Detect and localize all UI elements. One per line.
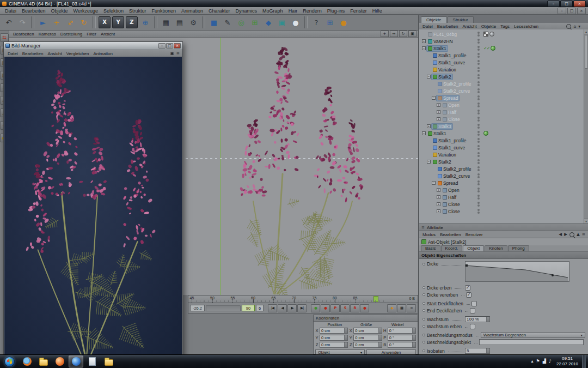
goto-start-icon[interactable]: |◀ <box>268 304 277 312</box>
panel-menu-icon[interactable]: ≡ <box>176 51 180 56</box>
scale-tool-icon[interactable]: ↔ <box>64 16 77 29</box>
object-label[interactable]: Half <box>448 110 456 115</box>
object-menu-item[interactable]: Ansicht <box>460 24 479 29</box>
separator[interactable] <box>154 16 157 28</box>
menu-item[interactable]: Bearbeiten <box>19 8 48 14</box>
x-axis-lock-icon[interactable]: X <box>99 16 111 28</box>
play-icon[interactable]: ▶ <box>287 304 297 312</box>
expander-icon[interactable]: + <box>437 209 440 213</box>
object-label[interactable]: Stalk1 <box>433 131 446 136</box>
visibility-dots[interactable] <box>474 81 483 86</box>
tab-knoten[interactable]: Knoten <box>485 245 507 251</box>
object-row[interactable]: + Open <box>419 101 584 108</box>
object-row[interactable]: + Close <box>419 201 584 208</box>
spinner-icon[interactable] <box>486 348 489 353</box>
menu-item[interactable]: Rendern <box>300 8 324 14</box>
current-frame-field[interactable]: 90 <box>242 305 255 311</box>
menu-item[interactable]: Funktionen <box>149 8 179 14</box>
menu-item[interactable]: Animation <box>179 8 206 14</box>
visibility-dots[interactable] <box>474 102 483 107</box>
visibility-dots[interactable] <box>474 110 483 114</box>
animation-dot-icon[interactable] <box>422 334 425 336</box>
position-field[interactable]: 0 cm <box>320 328 348 334</box>
separator[interactable] <box>31 16 34 28</box>
undo-icon[interactable]: ↶ <box>2 16 15 29</box>
object-label[interactable]: Stalk2_profile <box>443 166 471 172</box>
menu-item[interactable]: Hilfe <box>370 8 385 14</box>
menu-item[interactable]: Charakter <box>206 8 233 14</box>
object-row[interactable]: + Half <box>419 194 584 201</box>
menu-item[interactable]: Datei <box>2 8 19 14</box>
angle-field[interactable]: 0 ° <box>388 335 416 341</box>
expander-icon[interactable]: + <box>437 202 440 206</box>
tab-struktur[interactable]: Struktur <box>448 16 474 23</box>
viewport-menu-item[interactable]: Ansicht <box>99 32 117 37</box>
close-button[interactable]: × <box>573 1 586 7</box>
bild-manager-window[interactable]: Bild-Manager –□× DateiBearbeitenAnsichtV… <box>3 41 183 358</box>
separator[interactable] <box>202 16 205 28</box>
visibility-dots[interactable] <box>474 145 483 150</box>
visibility-dots[interactable] <box>474 202 483 207</box>
object-row[interactable]: Variation <box>419 66 584 73</box>
render-picture-viewer-icon[interactable]: ▤ <box>173 16 186 29</box>
visibility-dots[interactable] <box>474 74 483 79</box>
maximize-button[interactable]: □ <box>560 1 573 7</box>
object-row[interactable]: Stalk2_profile <box>419 165 584 172</box>
animation-dot-icon[interactable] <box>422 325 425 328</box>
visibility-dots[interactable] <box>474 39 483 44</box>
move-tool-icon[interactable]: + <box>50 16 63 29</box>
expander-icon[interactable]: − <box>427 160 431 164</box>
object-row[interactable]: Stalk1_curve <box>419 59 584 66</box>
make-editable-icon[interactable]: ⇆ <box>0 33 9 42</box>
redo-icon[interactable]: ↷ <box>16 16 29 29</box>
attribute-menu-item[interactable]: Benutzer <box>463 232 485 237</box>
network-icon[interactable]: ▟ <box>543 359 546 364</box>
object-label[interactable]: FL41_04bg <box>433 32 457 37</box>
object-row[interactable]: FL41_04bg <box>419 31 584 38</box>
visibility-dots[interactable] <box>474 60 483 65</box>
attribute-menu-item[interactable]: Bearbeiten <box>438 232 463 237</box>
object-row[interactable]: − Stalk1 <box>419 130 584 137</box>
viewport-menu-item[interactable]: Bearbeiten <box>11 32 36 37</box>
spinner-icon[interactable] <box>378 335 382 340</box>
tab-objekte[interactable]: Objekte <box>421 16 447 23</box>
add-environment-icon[interactable]: ▣ <box>275 16 289 29</box>
autokey-icon[interactable]: ● <box>311 304 320 312</box>
scroll-down-icon[interactable]: ▾ <box>584 219 588 224</box>
visibility-dots[interactable] <box>474 166 483 171</box>
animation-dot-icon[interactable] <box>422 286 425 289</box>
angle-field[interactable]: 0 ° <box>388 328 416 334</box>
object-label[interactable]: Stalk1_profile <box>438 53 467 58</box>
object-row[interactable]: Stalk1_curve <box>419 144 584 151</box>
expander-icon[interactable]: + <box>422 39 426 43</box>
bild-manager-menu-item[interactable]: Ansicht <box>45 51 64 56</box>
taskbar-clock[interactable]: 09:51 22.07.2010 <box>556 356 578 366</box>
expander-icon[interactable]: − <box>432 96 436 100</box>
object-row[interactable]: − Spread <box>419 179 584 186</box>
panel-menu-icon[interactable]: ≡ <box>582 232 585 237</box>
visibility-dots[interactable] <box>474 117 483 122</box>
visibility-dots[interactable] <box>474 67 483 72</box>
rotate-view-icon[interactable]: ↻ <box>399 31 407 37</box>
size-field[interactable]: 0 cm <box>353 342 382 348</box>
timeline-list-icon[interactable]: ≡ <box>407 304 416 312</box>
object-label[interactable]: Variation <box>438 152 456 158</box>
object-row[interactable]: + Open <box>419 186 584 194</box>
viewport-menu-item[interactable]: Filter <box>84 32 99 37</box>
visibility-dots[interactable] <box>474 131 483 136</box>
mdi-close-button[interactable]: × <box>577 8 586 14</box>
object-row[interactable]: − Spread <box>419 94 584 101</box>
object-label[interactable]: Close <box>448 202 460 207</box>
bild-manager-menu-item[interactable]: Datei <box>5 51 20 56</box>
media-player-icon[interactable] <box>52 355 67 367</box>
object-label[interactable]: Stalk2_curve <box>443 88 470 94</box>
tab-koord[interactable]: Koord. <box>441 245 463 251</box>
expander-icon[interactable]: + <box>437 188 440 192</box>
object-label[interactable]: Stalk1_curve <box>438 60 465 65</box>
object-row[interactable]: + Close <box>419 208 584 215</box>
record-position-icon[interactable]: P <box>330 304 340 312</box>
object-label[interactable]: Stalk1 <box>433 46 446 51</box>
visibility-dots[interactable] <box>474 53 483 58</box>
visibility-dots[interactable] <box>474 95 483 100</box>
visibility-dots[interactable] <box>474 152 483 157</box>
